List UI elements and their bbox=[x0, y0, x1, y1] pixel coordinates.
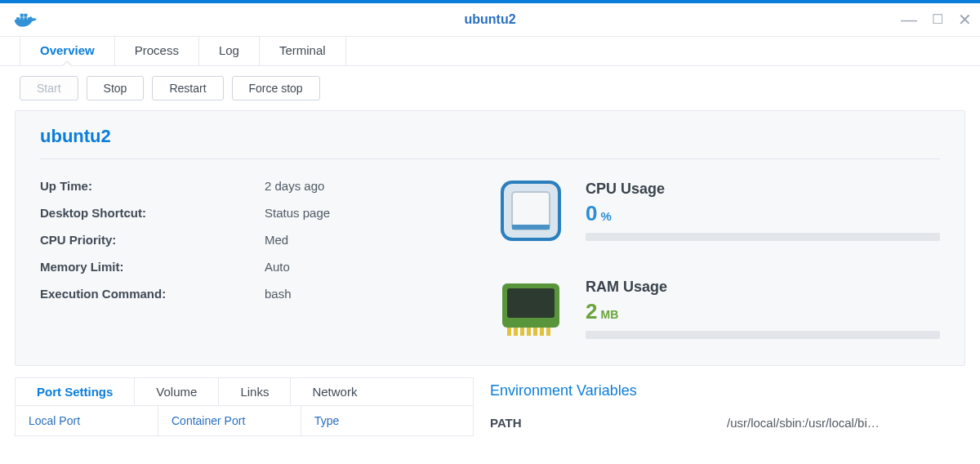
port-section: Port Settings Volume Links Network Local… bbox=[15, 377, 474, 438]
cpu-usage: CPU Usage 0% bbox=[497, 177, 940, 244]
svg-rect-11 bbox=[507, 288, 555, 318]
usage-column: CPU Usage 0% RAM Usage 2MB bbox=[497, 172, 940, 342]
env-section: Environment Variables PATH /usr/local/sb… bbox=[490, 377, 965, 438]
ram-bar bbox=[586, 331, 940, 339]
restart-button[interactable]: Restart bbox=[152, 76, 223, 100]
port-col-type[interactable]: Type bbox=[301, 406, 473, 435]
priority-value: Med bbox=[265, 233, 288, 247]
tab-overview[interactable]: Overview bbox=[20, 37, 115, 65]
container-info: Up Time:2 days ago Desktop Shortcut:Stat… bbox=[40, 172, 465, 342]
svg-rect-12 bbox=[507, 328, 511, 336]
tab-terminal[interactable]: Terminal bbox=[260, 37, 346, 65]
docker-icon bbox=[13, 10, 39, 29]
exec-label: Execution Command: bbox=[40, 287, 265, 301]
cpu-value: 0 bbox=[586, 201, 597, 226]
force-stop-button[interactable]: Force stop bbox=[232, 76, 320, 100]
overview-panel: ubuntu2 Up Time:2 days ago Desktop Short… bbox=[15, 110, 965, 366]
subtab-network[interactable]: Network bbox=[291, 378, 378, 405]
main-tabs: Overview Process Log Terminal bbox=[0, 36, 980, 66]
env-key: PATH bbox=[490, 416, 727, 430]
titlebar: ubuntu2 — ☐ ✕ bbox=[0, 3, 980, 36]
uptime-value: 2 days ago bbox=[265, 179, 324, 193]
svg-rect-8 bbox=[512, 192, 550, 230]
cpu-icon bbox=[497, 177, 564, 244]
window-title: ubuntu2 bbox=[0, 12, 980, 27]
window-controls: — ☐ ✕ bbox=[901, 11, 972, 28]
shortcut-label: Desktop Shortcut: bbox=[40, 206, 265, 220]
subtab-links[interactable]: Links bbox=[219, 378, 291, 405]
cpu-unit: % bbox=[600, 209, 611, 223]
svg-rect-9 bbox=[512, 225, 550, 230]
uptime-label: Up Time: bbox=[40, 179, 265, 193]
ram-value: 2 bbox=[586, 299, 597, 324]
subtab-volume[interactable]: Volume bbox=[135, 378, 219, 405]
bottom-section: Port Settings Volume Links Network Local… bbox=[15, 377, 965, 438]
minimize-icon[interactable]: — bbox=[901, 11, 917, 28]
env-row: PATH /usr/local/sbin:/usr/local/bi… bbox=[490, 408, 965, 438]
ram-usage: RAM Usage 2MB bbox=[497, 275, 940, 342]
toolbar: Start Stop Restart Force stop bbox=[0, 66, 980, 110]
tab-log[interactable]: Log bbox=[199, 37, 260, 65]
memlimit-value: Auto bbox=[265, 260, 290, 274]
memlimit-label: Memory Limit: bbox=[40, 260, 265, 274]
exec-value: bash bbox=[265, 287, 292, 301]
port-col-container[interactable]: Container Port bbox=[158, 406, 301, 435]
stop-button[interactable]: Stop bbox=[87, 76, 145, 100]
port-col-local[interactable]: Local Port bbox=[16, 406, 158, 435]
svg-rect-18 bbox=[546, 328, 550, 336]
env-value: /usr/local/sbin:/usr/local/bi… bbox=[727, 416, 880, 430]
ram-icon bbox=[497, 275, 564, 342]
port-table: Local Port Container Port Type bbox=[15, 405, 474, 436]
sub-tabs: Port Settings Volume Links Network bbox=[15, 377, 474, 405]
start-button[interactable]: Start bbox=[20, 76, 78, 100]
shortcut-value: Status page bbox=[265, 206, 330, 220]
ram-title: RAM Usage bbox=[586, 279, 940, 296]
cpu-title: CPU Usage bbox=[586, 181, 940, 198]
svg-rect-13 bbox=[514, 328, 518, 336]
subtab-port[interactable]: Port Settings bbox=[16, 378, 135, 405]
maximize-icon[interactable]: ☐ bbox=[932, 13, 943, 26]
svg-rect-4 bbox=[24, 14, 27, 17]
priority-label: CPU Priority: bbox=[40, 233, 265, 247]
ram-unit: MB bbox=[600, 308, 618, 321]
svg-rect-15 bbox=[527, 328, 531, 336]
svg-rect-17 bbox=[540, 328, 544, 336]
container-name: ubuntu2 bbox=[40, 126, 940, 159]
env-title: Environment Variables bbox=[490, 382, 965, 408]
svg-rect-16 bbox=[533, 328, 537, 336]
tab-process[interactable]: Process bbox=[115, 37, 199, 65]
svg-rect-14 bbox=[520, 328, 524, 336]
close-icon[interactable]: ✕ bbox=[958, 11, 972, 28]
svg-rect-3 bbox=[20, 14, 24, 17]
cpu-bar bbox=[586, 233, 940, 241]
